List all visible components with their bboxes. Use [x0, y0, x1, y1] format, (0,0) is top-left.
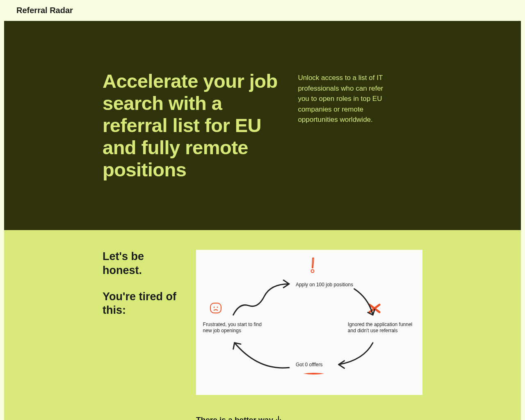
honest-line-2: You're tired of this: [103, 290, 185, 318]
honest-section: Let's be honest. You're tired of this: [4, 230, 521, 420]
hero-section: Accelerate your job search with a referr… [4, 21, 521, 230]
cycle-diagram: Apply on 100 job positions Ignored the a… [196, 250, 422, 395]
hero-title: Accelerate your job search with a referr… [103, 70, 288, 181]
hero-subtitle: Unlock access to a list of IT profession… [298, 70, 384, 181]
diagram-label-frustrated: Frustrated, you start to find new job op… [203, 322, 271, 334]
brand-title: Referral Radar [16, 6, 509, 15]
honest-line-1: Let's be honest. [103, 250, 185, 278]
arrow-down-icon [276, 415, 281, 420]
better-way-label: There is a better way [196, 415, 273, 420]
honest-heading-block: Let's be honest. You're tired of this: [103, 250, 185, 330]
diagram-label-ignored: Ignored the application funnel and didn'… [348, 322, 420, 334]
better-way-text: There is a better way [196, 415, 422, 420]
diagram-label-offers: Got 0 offfers [296, 362, 323, 368]
diagram-label-apply: Apply on 100 job positions [296, 282, 353, 288]
site-header: Referral Radar [0, 0, 525, 21]
